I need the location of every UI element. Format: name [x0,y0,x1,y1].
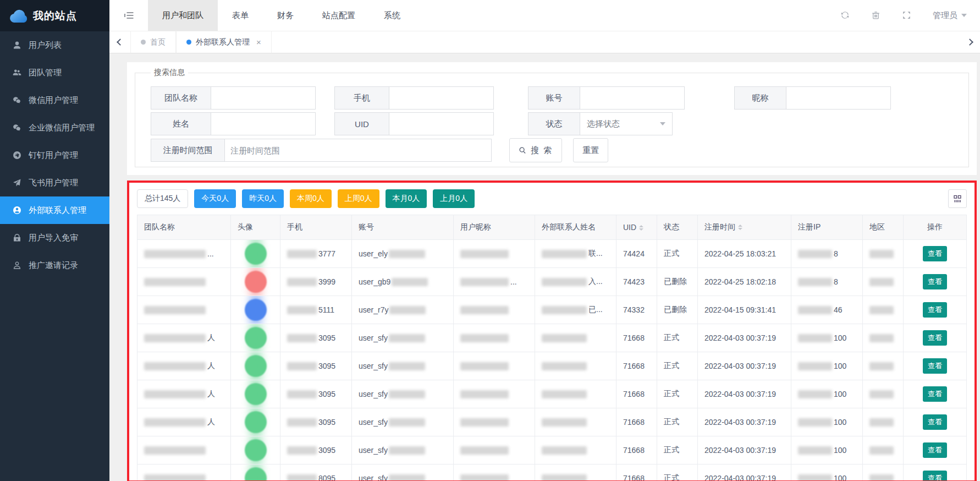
contact-circle-icon [12,205,22,215]
reg-time-cell: 2022-04-25 18:03:21 [698,240,791,268]
table-panel: 总计145人 今天0人 昨天0人 本周0人 上周0人 本月0人 上月0人 [129,183,975,481]
sidebar-item-team-management[interactable]: 团队管理 [0,59,109,86]
view-button[interactable]: 查看 [923,442,947,458]
nav-system[interactable]: 系统 [370,0,415,31]
contact-name-cell: 入... [535,268,616,296]
status-cell: 正式 [657,352,698,380]
team-name-cell [137,464,231,481]
nickname-cell [454,240,535,268]
tab-home[interactable]: 首页 [130,31,176,53]
redacted-text [460,306,509,314]
sidebar-item-wechat-users[interactable]: 微信用户管理 [0,86,109,114]
tab-dot-icon [186,40,191,45]
redacted-text [389,306,426,314]
uid-input[interactable] [389,112,494,135]
person-outline-icon [12,260,22,270]
status-cell: 已删除 [657,296,698,324]
status-label: 状态 [528,112,580,135]
view-button[interactable]: 查看 [923,246,947,261]
stat-this-month[interactable]: 本月0人 [386,189,427,208]
phone-cell: 3095 [280,408,352,436]
refresh-icon[interactable] [840,10,850,20]
phone-input[interactable] [389,86,494,110]
avatar [245,271,267,293]
tabs-scroll-left-icon[interactable] [109,31,130,53]
stat-last-week[interactable]: 上周0人 [338,189,379,208]
sort-icon[interactable] [639,225,643,231]
search-icon [519,146,527,155]
search-button[interactable]: 搜 索 [509,138,562,162]
dingtalk-icon [12,150,22,160]
redacted-text [287,362,317,370]
stat-yesterday[interactable]: 昨天0人 [242,189,284,208]
redacted-text [798,250,832,258]
reset-button[interactable]: 重置 [573,138,608,162]
reg-time-cell: 2022-04-03 00:37:19 [698,324,791,352]
trash-icon[interactable] [871,10,881,20]
avatar [245,467,267,481]
sidebar-item-feishu-users[interactable]: 飞书用户管理 [0,169,109,196]
sidebar-item-user-import[interactable]: 用户导入免审 [0,224,109,252]
view-button[interactable]: 查看 [923,302,947,318]
sidebar-item-user-list[interactable]: 用户列表 [0,31,109,59]
nickname-input[interactable] [786,86,891,110]
view-button[interactable]: 查看 [923,330,947,346]
time-range-input[interactable] [225,139,492,162]
avatar [245,439,267,461]
status-cell: 正式 [657,408,698,436]
view-button[interactable]: 查看 [923,414,947,430]
sidebar-item-invite-records[interactable]: 推广邀请记录 [0,252,109,279]
redacted-text [542,446,587,455]
nav-site-config[interactable]: 站点配置 [308,0,370,31]
redacted-text [542,278,587,286]
status-cell: 正式 [657,324,698,352]
redacted-text [389,474,425,481]
team-name-input[interactable] [211,86,316,110]
stat-this-week[interactable]: 本周0人 [290,189,332,208]
sidebar-item-wework-users[interactable]: 企业微信用户管理 [0,114,109,141]
phone-cell: 3095 [280,352,352,380]
view-button[interactable]: 查看 [923,386,947,402]
team-name-cell: 人 [137,324,231,352]
view-button[interactable]: 查看 [923,274,947,289]
phone-cell: 8095 [280,464,352,481]
redacted-text [798,418,832,427]
col-phone: 手机 [280,215,352,240]
region-cell [863,324,904,352]
collapse-menu-icon[interactable] [109,0,148,31]
sidebar-item-label: 飞书用户管理 [29,178,78,188]
reg-time-cell: 2022-04-03 00:37:19 [698,436,791,464]
stat-today[interactable]: 今天0人 [194,189,236,208]
action-cell: 查看 [904,464,967,481]
account-input[interactable] [580,86,685,110]
close-tab-icon[interactable]: × [256,37,261,47]
col-reg-time[interactable]: 注册时间 [698,215,791,240]
sidebar-item-label: 微信用户管理 [29,95,78,106]
fullscreen-icon[interactable] [902,10,912,20]
nickname-cell [454,408,535,436]
tab-external-contacts[interactable]: 外部联系人管理 × [176,31,272,53]
nav-forms[interactable]: 表单 [218,0,263,31]
admin-menu[interactable]: 管理员 [933,10,967,21]
view-button[interactable]: 查看 [923,471,947,481]
redacted-text [460,334,509,342]
view-button[interactable]: 查看 [923,358,947,374]
site-logo[interactable]: 我的站点 [0,0,109,31]
nav-finance[interactable]: 财务 [263,0,308,31]
action-cell: 查看 [904,352,967,380]
status-select[interactable]: 选择状态 [580,112,673,135]
nav-users-teams[interactable]: 用户和团队 [148,0,218,31]
column-settings-button[interactable] [948,189,967,208]
redacted-text [392,278,428,286]
nickname-cell: ... [454,268,535,296]
sort-icon[interactable] [738,225,742,230]
col-uid[interactable]: UID [616,215,657,240]
name-input[interactable] [211,112,316,135]
sidebar-item-external-contacts[interactable]: 外部联系人管理 [0,196,109,224]
stat-total[interactable]: 总计145人 [137,189,188,208]
stat-last-month[interactable]: 上月0人 [433,189,475,208]
sidebar-item-dingtalk-users[interactable]: 钉钉用户管理 [0,141,109,169]
redacted-text [287,390,317,398]
account-label: 账号 [528,86,580,110]
tabs-scroll-right-icon[interactable] [959,31,980,53]
